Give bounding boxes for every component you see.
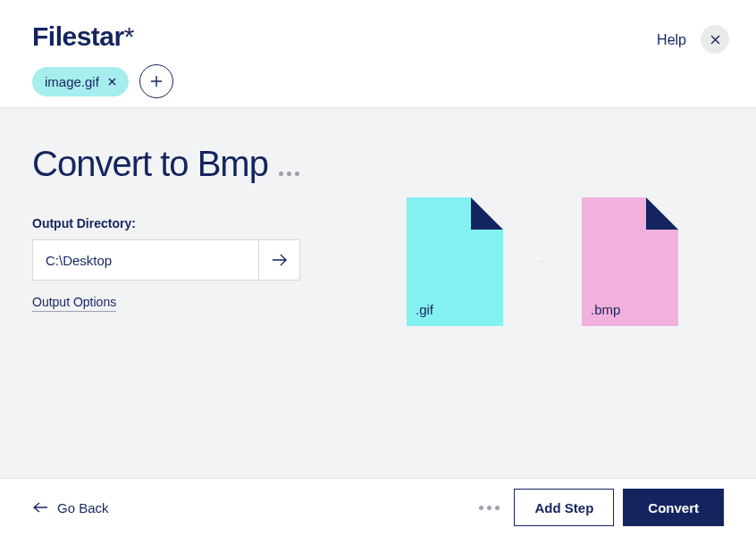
- app-logo: Filestar*: [32, 21, 724, 52]
- plus-icon: [150, 75, 163, 88]
- remove-file-icon[interactable]: [108, 78, 116, 86]
- footer-actions: Add Step Convert: [479, 489, 724, 526]
- file-chip-label: image.gif: [45, 74, 99, 89]
- source-ext-label: .gif: [416, 302, 433, 317]
- arrow-right-icon: [502, 261, 583, 263]
- arrow-right-icon: [272, 254, 288, 266]
- logo-star: *: [124, 21, 134, 51]
- output-directory-input[interactable]: [32, 239, 259, 281]
- close-icon: [710, 35, 720, 45]
- file-chip-row: image.gif: [32, 64, 724, 98]
- close-icon: [108, 78, 116, 86]
- main-panel: Convert to Bmp Output Directory: Output …: [0, 107, 756, 478]
- target-file-card: .bmp: [582, 197, 678, 326]
- file-chip[interactable]: image.gif: [32, 67, 129, 96]
- title-more-button[interactable]: [279, 172, 299, 176]
- close-button[interactable]: [701, 25, 729, 54]
- add-step-button[interactable]: Add Step: [514, 489, 614, 526]
- output-directory-row: [32, 239, 300, 281]
- add-file-button[interactable]: [139, 64, 173, 98]
- target-ext-label: .bmp: [591, 302, 620, 317]
- output-options-link[interactable]: Output Options: [32, 295, 116, 312]
- help-link[interactable]: Help: [657, 32, 686, 48]
- footer-more-button[interactable]: [479, 506, 500, 510]
- header: Filestar* Help image.gif: [0, 0, 756, 107]
- source-file-fold: [471, 197, 503, 230]
- convert-button[interactable]: Convert: [623, 489, 724, 526]
- source-file-card: .gif: [407, 197, 503, 326]
- arrow-left-icon: [32, 502, 48, 513]
- go-back-button[interactable]: Go Back: [32, 500, 109, 515]
- conversion-diagram: .gif .bmp: [407, 197, 678, 326]
- page-title-row: Convert to Bmp: [32, 144, 724, 184]
- footer: Go Back Add Step Convert: [0, 478, 756, 536]
- browse-button[interactable]: [259, 239, 300, 281]
- app-name: Filestar: [32, 21, 124, 51]
- go-back-label: Go Back: [57, 500, 109, 515]
- page-title: Convert to Bmp: [32, 144, 268, 184]
- target-file-fold: [646, 197, 678, 230]
